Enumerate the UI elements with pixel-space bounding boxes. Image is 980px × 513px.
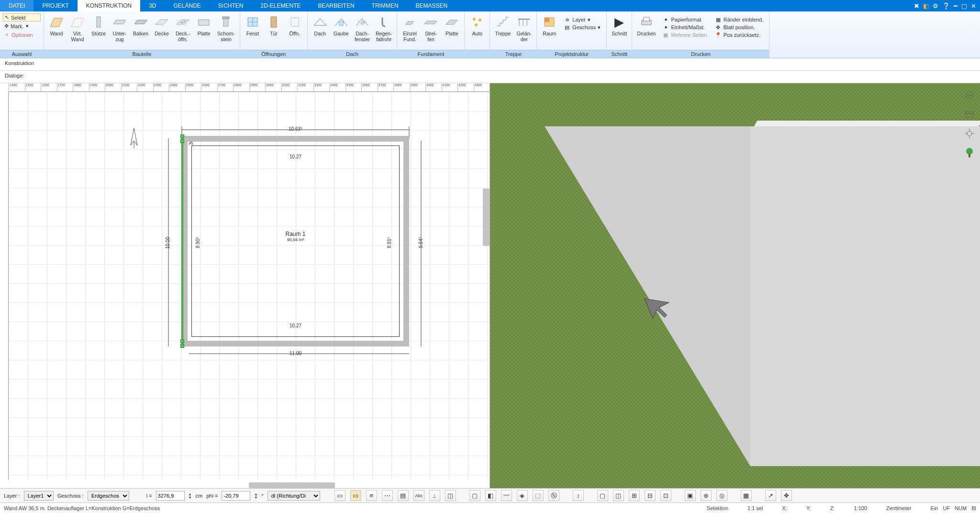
window-icon[interactable]: ◧ bbox=[923, 2, 929, 10]
gaube-button[interactable]: Gaube bbox=[331, 13, 352, 50]
tb-btn-9[interactable]: ▢ bbox=[469, 490, 480, 501]
treppe-button[interactable]: Treppe bbox=[492, 13, 513, 50]
tb-btn-15[interactable]: ↕ bbox=[573, 490, 584, 501]
help-icon[interactable]: ❔ bbox=[942, 2, 950, 10]
tb-btn-6[interactable]: Abc bbox=[413, 490, 424, 501]
handle-top2[interactable] bbox=[180, 139, 184, 143]
tab-trimmen[interactable]: TRIMMEN bbox=[363, 0, 407, 11]
balken-button[interactable]: Balken bbox=[130, 13, 151, 50]
streifen-button[interactable]: Strei- fen bbox=[420, 13, 441, 50]
dach-button[interactable]: Dach bbox=[310, 13, 331, 50]
tool-icon[interactable]: ✖ bbox=[914, 2, 919, 10]
tb-btn-5[interactable]: ▤ bbox=[398, 490, 409, 501]
deckoeffn-button[interactable]: Deck.- öffn. bbox=[172, 13, 193, 50]
scrollbar-2d-horizontal[interactable] bbox=[249, 482, 335, 488]
einheit-button[interactable]: ✦Einheit/Maßst. bbox=[662, 24, 707, 31]
l-spinner-up[interactable]: ▲ bbox=[189, 492, 192, 496]
tb-btn-2[interactable]: ▭ bbox=[350, 490, 361, 501]
l-spinner-down[interactable]: ▼ bbox=[189, 496, 192, 499]
layer-dropdown[interactable]: ≋Layer▾ bbox=[564, 16, 601, 23]
regenfallrohr-button[interactable]: Regen- fallrohr bbox=[373, 13, 395, 50]
tb-btn-4[interactable]: ⋯ bbox=[382, 490, 393, 501]
view-3d[interactable] bbox=[490, 83, 980, 488]
furniture-palette-button[interactable] bbox=[963, 108, 976, 121]
tab-gelaende[interactable]: GELÄNDE bbox=[165, 0, 209, 11]
tb-btn-12[interactable]: ◈ bbox=[517, 490, 528, 501]
platte-button[interactable]: Platte bbox=[193, 13, 214, 50]
tab-bemassen[interactable]: BEMASSEN bbox=[407, 0, 457, 11]
papierformat-button[interactable]: ✦Papierformat bbox=[662, 16, 707, 23]
target-palette-button[interactable] bbox=[963, 127, 976, 140]
raender-button[interactable]: ▦Ränder einblend. bbox=[715, 16, 764, 23]
tab-bearbeiten[interactable]: BEARBEITEN bbox=[310, 0, 363, 11]
settings-icon[interactable]: ⚙ bbox=[933, 2, 938, 10]
wand-button[interactable]: Wand bbox=[46, 13, 67, 50]
minimize-icon[interactable]: ━ bbox=[954, 2, 958, 10]
tb-btn-16[interactable]: ▢ bbox=[597, 490, 608, 501]
tb-btn-19[interactable]: ⊟ bbox=[645, 490, 656, 501]
blatt-button[interactable]: ✥Blatt position. bbox=[715, 24, 764, 31]
tb-btn-20[interactable]: ⊡ bbox=[660, 490, 671, 501]
geschoss-dropdown[interactable]: ▤Geschoss▾ bbox=[564, 24, 601, 31]
dachfenster-button[interactable]: Dach- fenster bbox=[352, 13, 373, 50]
view-2d[interactable]: 1400150016001700180019002000210022002300… bbox=[0, 83, 490, 488]
unterzug-button[interactable]: Unter- zug bbox=[109, 13, 130, 50]
tab-3d[interactable]: 3D bbox=[140, 0, 165, 11]
mode-select[interactable]: dl (Richtung/Di bbox=[267, 491, 320, 501]
tb-btn-21[interactable]: ▣ bbox=[685, 490, 696, 501]
raum-button[interactable]: Raum bbox=[539, 13, 560, 50]
tb-btn-8[interactable]: ◫ bbox=[445, 490, 456, 501]
gelaender-button[interactable]: Gelän- der bbox=[513, 13, 535, 50]
layers-palette-button[interactable] bbox=[963, 89, 976, 101]
decke-button[interactable]: Decke bbox=[151, 13, 172, 50]
phi-spinner-down[interactable]: ▼ bbox=[254, 496, 257, 499]
oeffn-button[interactable]: Öffn. bbox=[284, 13, 305, 50]
tab-2d-elemente[interactable]: 2D-ELEMENTE bbox=[252, 0, 310, 11]
tab-datei[interactable]: DATEI bbox=[0, 0, 33, 11]
schnitt-button[interactable]: ▶Schnitt bbox=[609, 13, 630, 50]
tuer-button[interactable]: Tür bbox=[263, 13, 284, 50]
auto-button[interactable]: Auto bbox=[467, 13, 488, 50]
mark-button[interactable]: ✥ Mark. ▾ bbox=[3, 22, 41, 30]
mehrere-seiten-button[interactable]: ▦Mehrere Seiten bbox=[662, 32, 707, 38]
einzelfund-button[interactable]: Einzel Fund. bbox=[399, 13, 420, 50]
geschoss-select[interactable]: Erdgeschos bbox=[88, 491, 129, 501]
optionen-button[interactable]: ＋ Optionen bbox=[3, 31, 41, 39]
schornstein-button[interactable]: Schorn- stein bbox=[214, 13, 238, 50]
fund-platte-button[interactable]: Platte bbox=[441, 13, 462, 50]
stuetze-button[interactable]: Stütze bbox=[88, 13, 109, 50]
tb-btn-18[interactable]: ⊞ bbox=[629, 490, 640, 501]
tb-btn-13[interactable]: ⬚ bbox=[533, 490, 544, 501]
tb-btn-24[interactable]: ▦ bbox=[741, 490, 752, 501]
drucken-button[interactable]: Drucken bbox=[634, 13, 658, 50]
tb-btn-7[interactable]: ⟂ bbox=[429, 490, 440, 501]
handle-bottom[interactable] bbox=[180, 344, 184, 348]
tb-btn-26[interactable]: ✥ bbox=[781, 490, 792, 501]
tb-btn-23[interactable]: ◎ bbox=[716, 490, 727, 501]
tb-btn-11[interactable]: 〰 bbox=[501, 490, 512, 501]
handle-bottom2[interactable] bbox=[180, 339, 184, 343]
tab-sichten[interactable]: SICHTEN bbox=[210, 0, 252, 11]
tb-btn-10[interactable]: ◧ bbox=[485, 490, 496, 501]
l-input[interactable] bbox=[156, 491, 185, 501]
fenster-button[interactable]: Fenst bbox=[242, 13, 263, 50]
maximize-icon[interactable]: ▢ bbox=[961, 2, 967, 10]
handle-top[interactable] bbox=[180, 134, 184, 138]
tb-btn-14[interactable]: Ⓝ bbox=[548, 490, 559, 501]
tab-konstruktion[interactable]: KONSTRUKTION bbox=[78, 0, 140, 11]
phi-input[interactable] bbox=[222, 491, 250, 501]
tb-btn-25[interactable]: ↗ bbox=[765, 490, 776, 501]
phi-spinner-up[interactable]: ▲ bbox=[254, 492, 257, 496]
virtwand-button[interactable]: Virt. Wand bbox=[67, 13, 88, 50]
selekt-button[interactable]: ↖ Selekt bbox=[3, 13, 41, 22]
tree-palette-button[interactable] bbox=[963, 146, 976, 159]
floor-plan[interactable]: 10.63⁵ 10.27 10.27 11.00 10.00 8.90⁵ 36⁵… bbox=[182, 136, 409, 346]
layer-select[interactable]: Layer1 bbox=[24, 491, 54, 501]
tb-btn-1[interactable]: ▭ bbox=[334, 490, 345, 501]
pos-button[interactable]: 📍Pos zurücksetz. bbox=[715, 32, 764, 38]
tb-btn-3[interactable]: ≡ bbox=[366, 490, 377, 501]
close-icon[interactable]: ✕ bbox=[971, 2, 976, 10]
tb-btn-17[interactable]: ◫ bbox=[613, 490, 624, 501]
tab-projekt[interactable]: PROJEKT bbox=[33, 0, 77, 11]
scrollbar-2d-vertical[interactable] bbox=[483, 189, 490, 246]
